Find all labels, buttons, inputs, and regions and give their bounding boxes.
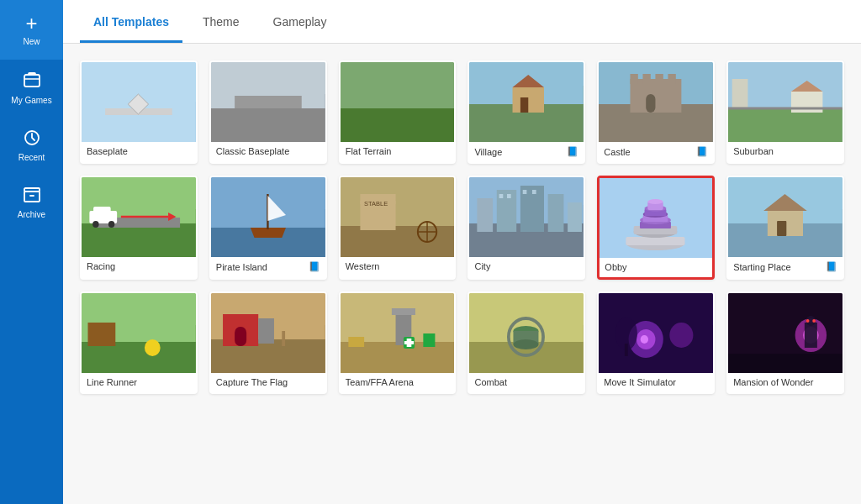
template-label-combat: Combat xyxy=(469,373,584,392)
template-thumb-mansion-of-wonder xyxy=(728,293,843,373)
template-label-classic-baseplate: Classic Baseplate xyxy=(211,142,325,161)
svg-rect-48 xyxy=(341,226,455,257)
svg-rect-23 xyxy=(643,74,651,84)
svg-rect-91 xyxy=(235,327,246,346)
svg-rect-22 xyxy=(631,74,638,84)
svg-rect-60 xyxy=(548,194,564,232)
template-thumb-racing xyxy=(82,177,196,257)
svg-rect-92 xyxy=(258,318,274,344)
svg-rect-57 xyxy=(478,198,494,232)
svg-rect-83 xyxy=(777,221,786,236)
svg-rect-31 xyxy=(732,79,748,108)
svg-rect-63 xyxy=(507,194,511,198)
svg-rect-0 xyxy=(24,75,40,87)
template-thumb-move-it-simulator xyxy=(599,293,713,373)
main-area: All Templates Theme Gameplay xyxy=(63,0,861,504)
new-button[interactable]: + New xyxy=(0,0,63,60)
svg-rect-11 xyxy=(235,96,302,108)
svg-rect-123 xyxy=(728,354,843,373)
template-card-mansion-of-wonder[interactable]: Mansion of Wonder xyxy=(726,291,844,394)
template-card-baseplate[interactable]: Baseplate xyxy=(80,60,198,164)
template-card-classic-baseplate[interactable]: Classic Baseplate xyxy=(209,60,327,164)
template-thumb-baseplate xyxy=(82,62,196,142)
template-label-team-ffa-arena: Team/FFA Arena xyxy=(341,373,455,392)
svg-rect-99 xyxy=(423,333,435,347)
svg-point-38 xyxy=(92,221,98,228)
svg-rect-16 xyxy=(513,87,544,113)
svg-rect-10 xyxy=(211,108,325,142)
svg-point-115 xyxy=(641,335,648,344)
template-grid: Baseplate Classic Baseplate xyxy=(80,60,844,394)
svg-rect-62 xyxy=(499,194,504,198)
template-label-line-runner: Line Runner xyxy=(82,373,196,392)
template-card-racing[interactable]: Racing xyxy=(80,176,198,280)
template-label-baseplate: Baseplate xyxy=(82,142,196,161)
plus-icon: + xyxy=(25,13,37,34)
template-card-capture-the-flag[interactable]: Capture The Flag xyxy=(209,291,327,394)
archive-label: Archive xyxy=(18,210,45,219)
template-thumb-combat xyxy=(469,293,584,373)
svg-rect-114 xyxy=(625,344,628,356)
svg-text:STABLE: STABLE xyxy=(364,200,388,207)
template-label-village: Village 📘 xyxy=(469,142,584,162)
template-card-castle[interactable]: Castle 📘 xyxy=(597,60,715,164)
template-label-move-it-simulator: Move It Simulator xyxy=(599,373,713,392)
svg-rect-34 xyxy=(82,223,196,257)
template-label-racing: Racing xyxy=(82,257,196,276)
svg-rect-119 xyxy=(805,323,817,348)
template-card-team-ffa-arena[interactable]: Team/FFA Arena xyxy=(339,291,457,394)
template-label-starting-place: Starting Place 📘 xyxy=(728,257,843,277)
template-card-suburban[interactable]: Suburban xyxy=(726,60,844,164)
svg-rect-28 xyxy=(728,108,843,142)
tab-gameplay[interactable]: Gameplay xyxy=(260,3,341,43)
template-thumb-capture-the-flag xyxy=(211,293,325,373)
recent-icon xyxy=(23,129,41,150)
svg-point-112 xyxy=(670,323,694,348)
sidebar-item-archive[interactable]: Archive xyxy=(0,174,63,231)
template-card-flat-terrain[interactable]: Flat Terrain xyxy=(339,60,457,164)
sidebar: + New My Games Recent xyxy=(0,0,63,504)
template-card-line-runner[interactable]: Line Runner xyxy=(80,291,198,394)
template-thumb-western: STABLE xyxy=(341,177,455,257)
template-thumb-village xyxy=(469,62,584,142)
svg-rect-85 xyxy=(82,342,196,373)
template-thumb-team-ffa-arena xyxy=(341,293,455,373)
template-card-pirate-island[interactable]: Pirate Island 📘 xyxy=(209,176,327,280)
svg-point-121 xyxy=(806,319,810,323)
sidebar-item-mygames[interactable]: My Games xyxy=(0,60,63,117)
tab-bar: All Templates Theme Gameplay xyxy=(63,0,861,44)
template-thumb-classic-baseplate xyxy=(211,62,325,142)
svg-rect-93 xyxy=(282,331,285,346)
svg-rect-65 xyxy=(532,190,536,194)
template-label-suburban: Suburban xyxy=(728,142,843,161)
tab-all-templates[interactable]: All Templates xyxy=(80,3,182,43)
svg-rect-64 xyxy=(523,190,527,194)
template-card-western[interactable]: STABLE Western xyxy=(339,176,457,280)
template-card-combat[interactable]: Combat xyxy=(467,291,585,394)
template-label-mansion-of-wonder: Mansion of Wonder xyxy=(728,373,843,392)
tab-theme[interactable]: Theme xyxy=(189,3,253,43)
svg-rect-26 xyxy=(647,94,656,113)
mygames-label: My Games xyxy=(11,96,51,105)
svg-rect-61 xyxy=(568,202,583,232)
template-card-obby[interactable]: Obby xyxy=(597,176,715,280)
template-card-starting-place[interactable]: Starting Place 📘 xyxy=(726,176,844,280)
svg-rect-24 xyxy=(656,74,663,84)
svg-rect-13 xyxy=(341,108,455,142)
starting-book-icon: 📘 xyxy=(826,261,837,272)
template-card-city[interactable]: City xyxy=(467,176,585,280)
template-label-western: Western xyxy=(341,257,455,276)
template-thumb-city xyxy=(469,177,584,257)
svg-point-122 xyxy=(812,319,816,323)
template-thumb-obby xyxy=(600,178,712,258)
template-label-castle: Castle 📘 xyxy=(599,142,713,162)
template-card-move-it-simulator[interactable]: Move It Simulator xyxy=(597,291,715,394)
template-label-flat-terrain: Flat Terrain xyxy=(341,142,455,161)
village-book-icon: 📘 xyxy=(567,146,578,157)
template-label-capture-the-flag: Capture The Flag xyxy=(211,373,325,392)
template-label-pirate-island: Pirate Island 📘 xyxy=(211,257,325,277)
template-card-village[interactable]: Village 📘 xyxy=(467,60,585,164)
template-thumb-starting-place xyxy=(728,177,843,257)
castle-book-icon: 📘 xyxy=(696,146,708,157)
sidebar-item-recent[interactable]: Recent xyxy=(0,117,63,174)
